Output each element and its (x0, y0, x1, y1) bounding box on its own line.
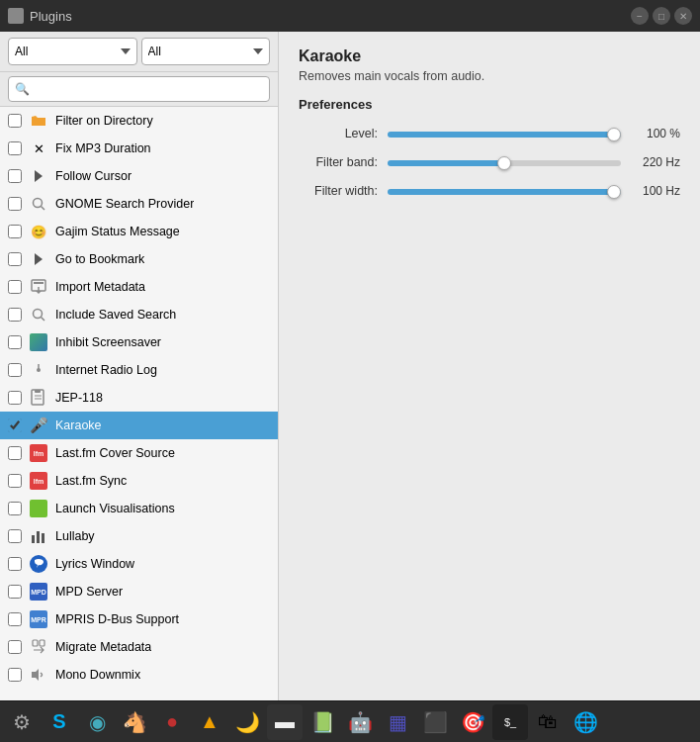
plugin-checkbox-visualise[interactable] (8, 502, 22, 515)
plugin-icon-karaoke: 🎤 (30, 417, 47, 434)
search-input[interactable] (34, 82, 263, 96)
plugin-icon-lastfm-sync: lfm (30, 472, 47, 490)
plugin-item-karaoke[interactable]: 🎤Karaoke (0, 412, 278, 439)
maximize-button[interactable]: □ (653, 7, 670, 25)
plugin-icon-jep118 (30, 389, 47, 407)
plugin-item-gajim[interactable]: 😊Gajim Status Message (0, 218, 278, 245)
plugin-checkbox-lyrics[interactable] (8, 557, 22, 571)
close-button[interactable]: ✕ (674, 7, 692, 25)
taskbar-icon-tb-skype[interactable]: S (42, 704, 77, 740)
slider-value-filter-band: 220 Hz (631, 155, 680, 169)
plugin-list: Filter on Directory✕Fix MP3 DurationFoll… (0, 107, 278, 700)
taskbar-icon-tb-horse[interactable]: 🐴 (117, 704, 152, 740)
svg-rect-13 (35, 390, 41, 393)
search-row: 🔍 (0, 72, 278, 107)
plugin-checkbox-follow-cursor[interactable] (8, 169, 22, 183)
slider-input-filter-band[interactable] (388, 160, 621, 166)
plugin-checkbox-lastfm-cover[interactable] (8, 446, 22, 460)
taskbar-icon-tb-terminal[interactable]: $_ (492, 704, 528, 740)
sliders-container: Level:100 %Filter band:220 HzFilter widt… (299, 126, 680, 212)
plugin-checkbox-gnome-search[interactable] (8, 197, 22, 211)
slider-input-filter-width[interactable] (388, 189, 621, 195)
taskbar-icon-tb-globe[interactable]: 🌐 (568, 704, 603, 740)
plugin-checkbox-radio-log[interactable] (8, 363, 22, 377)
filter-select-1[interactable]: All (8, 38, 137, 65)
plugin-checkbox-migrate[interactable] (8, 640, 22, 654)
plugin-icon-follow-cursor (30, 167, 47, 185)
slider-wrap-filter-width (388, 183, 621, 198)
filter-select-2[interactable]: All (141, 38, 271, 65)
taskbar-icon-tb-target[interactable]: 🎯 (455, 704, 490, 740)
plugin-item-saved-search[interactable]: Include Saved Search (0, 301, 278, 328)
slider-row-level: Level:100 % (299, 126, 680, 140)
taskbar-icon-tb-robot[interactable]: 🤖 (342, 704, 378, 740)
plugin-item-mono[interactable]: Mono Downmix (0, 661, 278, 689)
plugin-item-screensaver[interactable]: Inhibit Screensaver (0, 328, 278, 356)
plugin-item-bookmark[interactable]: Go to Bookmark (0, 245, 278, 273)
plugin-name-lyrics: Lyrics Window (55, 557, 134, 571)
plugin-checkbox-lastfm-sync[interactable] (8, 474, 22, 488)
svg-marker-21 (32, 669, 39, 681)
plugin-item-radio-log[interactable]: Internet Radio Log (0, 356, 278, 384)
svg-rect-18 (42, 533, 44, 543)
plugin-icon-mpd: MPD (30, 583, 47, 601)
taskbar-icon-tb-mosaic[interactable]: ⬛ (417, 704, 453, 740)
search-input-wrap: 🔍 (8, 76, 270, 102)
filter-row: All All (0, 32, 278, 72)
plugin-item-visualise[interactable]: Launch Visualisations (0, 495, 278, 522)
plugin-item-migrate[interactable]: Migrate Metadata (0, 633, 278, 661)
plugin-icon-screensaver (30, 333, 47, 351)
taskbar-icon-tb-photo[interactable]: ● (154, 704, 190, 740)
taskbar-icon-tb-bag[interactable]: 🛍 (530, 704, 566, 740)
plugin-name-mono: Mono Downmix (55, 668, 140, 682)
taskbar-icon-tb-cone[interactable]: ▲ (192, 704, 227, 740)
plugin-name-radio-log: Internet Radio Log (55, 363, 157, 377)
plugin-name-visualise: Launch Visualisations (55, 502, 175, 515)
plugin-item-lastfm-cover[interactable]: lfmLast.fm Cover Source (0, 439, 278, 467)
plugin-checkbox-karaoke[interactable] (8, 418, 22, 432)
plugin-checkbox-bookmark[interactable] (8, 252, 22, 266)
plugin-checkbox-gajim[interactable] (8, 225, 22, 238)
taskbar-icon-tb-note[interactable]: ▬ (267, 704, 303, 740)
svg-rect-16 (32, 535, 35, 543)
plugin-item-follow-cursor[interactable]: Follow Cursor (0, 162, 278, 190)
plugin-checkbox-mpd[interactable] (8, 585, 22, 599)
taskbar-icon-tb-moon[interactable]: 🌙 (229, 704, 265, 740)
plugin-name-fix-mp3: Fix MP3 Duration (55, 141, 151, 155)
svg-point-1 (34, 199, 43, 208)
plugin-checkbox-fix-mp3[interactable] (8, 141, 22, 155)
plugin-item-jep118[interactable]: JEP-118 (0, 384, 278, 412)
taskbar-icon-tb-book[interactable]: 📗 (305, 704, 340, 740)
taskbar-icon-tb-chart[interactable]: ▦ (380, 704, 415, 740)
plugin-icon-bookmark (30, 250, 47, 268)
plugin-item-fix-mp3[interactable]: ✕Fix MP3 Duration (0, 135, 278, 162)
taskbar-icon-tb-settings[interactable]: ⚙ (4, 704, 40, 740)
plugin-name-lastfm-cover: Last.fm Cover Source (55, 446, 175, 460)
plugin-item-gnome-search[interactable]: GNOME Search Provider (0, 190, 278, 218)
taskbar-icon-tb-spiral[interactable]: ◉ (79, 704, 115, 740)
plugin-item-filter-dir[interactable]: Filter on Directory (0, 107, 278, 135)
plugin-checkbox-import-meta[interactable] (8, 280, 22, 294)
plugin-checkbox-lullaby[interactable] (8, 529, 22, 543)
plugin-item-mpd[interactable]: MPDMPD Server (0, 578, 278, 605)
plugin-checkbox-saved-search[interactable] (8, 308, 22, 322)
slider-value-filter-width: 100 Hz (631, 184, 680, 198)
minimize-button[interactable]: − (631, 7, 649, 25)
plugin-checkbox-mono[interactable] (8, 668, 22, 682)
slider-wrap-level (388, 126, 621, 140)
plugin-name-gajim: Gajim Status Message (55, 225, 180, 238)
plugin-item-lastfm-sync[interactable]: lfmLast.fm Sync (0, 467, 278, 495)
plugin-item-lyrics[interactable]: Lyrics Window (0, 550, 278, 578)
plugin-checkbox-screensaver[interactable] (8, 335, 22, 349)
plugin-item-lullaby[interactable]: Lullaby (0, 522, 278, 550)
plugin-checkbox-mpris[interactable] (8, 612, 22, 626)
plugin-name-saved-search: Include Saved Search (55, 308, 176, 322)
plugin-item-mpris[interactable]: MPRMPRIS D-Bus Support (0, 605, 278, 633)
slider-input-level[interactable] (388, 132, 621, 138)
preferences-heading: Preferences (299, 97, 680, 112)
plugin-checkbox-jep118[interactable] (8, 391, 22, 405)
plugin-checkbox-filter-dir[interactable] (8, 114, 22, 128)
plugin-name-filter-dir: Filter on Directory (55, 114, 153, 128)
right-panel: Karaoke Removes main vocals from audio. … (279, 32, 700, 700)
plugin-item-import-meta[interactable]: Import Metadata (0, 273, 278, 301)
